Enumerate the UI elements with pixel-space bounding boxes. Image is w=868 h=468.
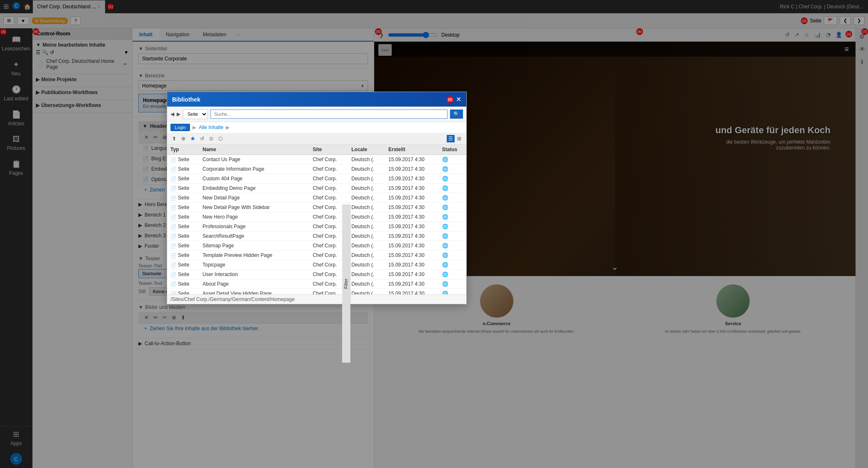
col-name: Name: [199, 144, 309, 155]
modal-tb-btn1[interactable]: ⬆: [170, 135, 178, 142]
view-toggle: ☰ ⊞: [447, 135, 463, 142]
globe-status-icon: 🌐: [442, 252, 448, 258]
cell-name: Sitemap Page: [199, 241, 309, 251]
cell-locale: Deutsch (.: [348, 193, 385, 203]
cell-name: Asset Detail View Hidden Page: [199, 289, 309, 295]
globe-status-icon: 🌐: [442, 262, 448, 268]
table-row[interactable]: 📄Seite Embedding Demo Page Chef Corp. De…: [167, 184, 466, 193]
cell-locale: Deutsch (.: [348, 222, 385, 232]
col-erstellt: Erstellt: [385, 144, 439, 155]
table-row[interactable]: 📄Seite Template Preview Hidden Page Chef…: [167, 251, 466, 260]
table-row[interactable]: 📄Seite New Hero Page Chef Corp. Deutsch …: [167, 212, 466, 222]
cell-type: 📄Seite: [167, 155, 199, 164]
table-row[interactable]: 📄Seite Custom 404 Page Chef Corp. Deutsc…: [167, 174, 466, 184]
cell-status: 🌐: [439, 222, 466, 232]
breadcrumb-arrow: ▶: [193, 124, 196, 130]
cell-type: 📄Seite: [167, 203, 199, 212]
breadcrumb-alle-inhalte[interactable]: Alle Inhalte: [199, 124, 223, 130]
cell-locale: Deutsch (.: [348, 212, 385, 222]
cell-name: Custom 404 Page: [199, 174, 309, 184]
table-row[interactable]: 📄Seite New Detail Page Chef Corp. Deutsc…: [167, 193, 466, 203]
table-row[interactable]: 📄Seite Professionals Page Chef Corp. Deu…: [167, 222, 466, 232]
cell-type: 📄Seite: [167, 193, 199, 203]
table-row[interactable]: 📄Seite SearchResultPage Chef Corp. Deuts…: [167, 232, 466, 241]
badge-8: (8): [447, 96, 453, 103]
page-type-icon: 📄: [170, 195, 176, 200]
selected-path: /Sites/Chef Corp./Germany/German/Content…: [170, 296, 295, 302]
bibliothek-modal: Bibliothek (8) ✕ ◀ ▶ Seite 🔍 Login ▶ All…: [167, 92, 467, 304]
cell-name: SearchResultPage: [199, 232, 309, 241]
table-row[interactable]: 📄Seite Topicpage Chef Corp. Deutsch (. 1…: [167, 260, 466, 270]
cell-status: 🌐: [439, 193, 466, 203]
filter-sidebar[interactable]: Filter: [342, 204, 350, 363]
globe-status-icon: 🌐: [442, 224, 448, 229]
modal-close-btn[interactable]: ✕: [456, 95, 461, 103]
page-type-icon: 📄: [170, 281, 176, 286]
login-btn[interactable]: Login: [170, 124, 190, 131]
table-row[interactable]: 📄Seite Corporate Information Page Chef C…: [167, 164, 466, 174]
cell-site: Chef Corp.: [309, 193, 348, 203]
cell-created: 15.09.2017 4:30: [385, 155, 439, 164]
col-site: Site: [309, 144, 348, 155]
table-row[interactable]: 📄Seite Contact Us Page Chef Corp. Deutsc…: [167, 155, 466, 164]
modal-tb-btn4[interactable]: ↺: [198, 135, 206, 142]
cell-status: 🌐: [439, 203, 466, 212]
cell-type: 📄Seite: [167, 222, 199, 232]
modal-overlay[interactable]: Bibliothek (8) ✕ ◀ ▶ Seite 🔍 Login ▶ All…: [0, 0, 868, 468]
grid-view-btn[interactable]: ⊞: [455, 135, 463, 142]
list-view-btn[interactable]: ☰: [447, 135, 455, 142]
cell-type: 📄Seite: [167, 184, 199, 193]
cell-name: Template Preview Hidden Page: [199, 251, 309, 260]
cell-created: 15.09.2017 4:30: [385, 184, 439, 193]
cell-status: 🌐: [439, 260, 466, 270]
cell-created: 15.09.2017 4:30: [385, 222, 439, 232]
cell-locale: Deutsch (.: [348, 260, 385, 270]
cell-locale: Deutsch (.: [348, 251, 385, 260]
table-row[interactable]: 📄Seite Asset Detail View Hidden Page Che…: [167, 289, 466, 295]
page-type-icon: 📄: [170, 224, 176, 229]
table-row[interactable]: 📄Seite About Page Chef Corp. Deutsch (. …: [167, 279, 466, 289]
cell-created: 15.09.2017 4:30: [385, 164, 439, 174]
page-type-icon: 📄: [170, 214, 176, 219]
page-type-icon: 📄: [170, 262, 176, 267]
cell-locale: Deutsch (.: [348, 270, 385, 279]
cell-name: Professionals Page: [199, 222, 309, 232]
cell-type: 📄Seite: [167, 279, 199, 289]
modal-search-input[interactable]: [210, 110, 448, 119]
modal-back-btn[interactable]: ◀: [170, 111, 174, 117]
col-typ: Typ: [167, 144, 199, 155]
cell-status: 🌐: [439, 270, 466, 279]
modal-tb-btn5[interactable]: ⊙: [208, 135, 215, 142]
modal-tb-btn2[interactable]: ⊕: [180, 135, 187, 142]
cell-locale: Deutsch (.: [348, 203, 385, 212]
cell-created: 15.09.2017 4:30: [385, 203, 439, 212]
table-row[interactable]: 📄Seite New Detail Page With Sidebar Chef…: [167, 203, 466, 212]
globe-status-icon: 🌐: [442, 176, 448, 182]
globe-status-icon: 🌐: [442, 185, 448, 191]
globe-status-icon: 🌐: [442, 166, 448, 172]
cell-created: 15.09.2017 4:30: [385, 260, 439, 270]
modal-table-body: Typ Name Site Locale Erstellt Status 📄Se…: [167, 144, 466, 294]
cell-name: User Interaction: [199, 270, 309, 279]
modal-title: Bibliothek: [172, 96, 200, 103]
table-row[interactable]: 📄Seite User Interaction Chef Corp. Deuts…: [167, 270, 466, 279]
modal-search-btn[interactable]: 🔍: [450, 110, 463, 119]
cell-name: About Page: [199, 279, 309, 289]
globe-status-icon: 🌐: [442, 195, 448, 201]
cell-name: New Detail Page With Sidebar: [199, 203, 309, 212]
cell-status: 🌐: [439, 279, 466, 289]
cell-created: 15.09.2017 4:30: [385, 241, 439, 251]
modal-tb-btn6[interactable]: ⬡: [217, 135, 224, 142]
modal-type-select[interactable]: Seite: [183, 109, 208, 119]
cell-created: 15.09.2017 4:30: [385, 289, 439, 295]
modal-table: Typ Name Site Locale Erstellt Status 📄Se…: [167, 144, 466, 294]
page-type-icon: 📄: [170, 234, 176, 239]
cell-status: 🌐: [439, 241, 466, 251]
cell-site: Chef Corp.: [309, 174, 348, 184]
table-row[interactable]: 📄Seite Sitemap Page Chef Corp. Deutsch (…: [167, 241, 466, 251]
modal-tb-btn3[interactable]: ★: [189, 135, 197, 142]
cell-type: 📄Seite: [167, 232, 199, 241]
cell-name: New Hero Page: [199, 212, 309, 222]
modal-forward-btn[interactable]: ▶: [177, 111, 180, 117]
cell-status: 🌐: [439, 184, 466, 193]
